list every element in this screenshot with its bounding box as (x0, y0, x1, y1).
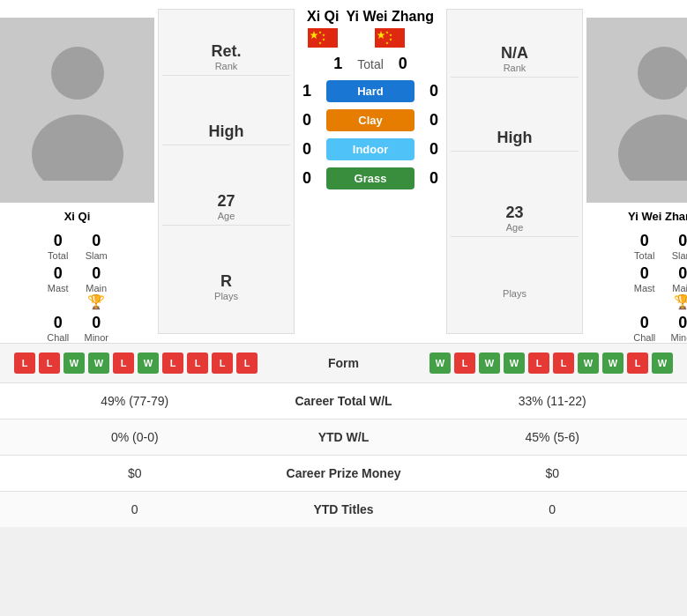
form-section: LLWWLWLLLL Form WLWWLLWWLW (0, 343, 687, 382)
stats-row-left-value: 0% (0-0) (14, 430, 256, 444)
right-player-stats: 0 Total 0 Slam 0 Mast 0 Main 🏆 (632, 232, 687, 343)
right-stat-main-trophy: 0 Main 🏆 (671, 264, 688, 310)
indoor-surface-btn[interactable]: Indoor (326, 138, 414, 160)
form-badge-right: L (454, 353, 475, 374)
right-age-stat: 23 Age (451, 200, 579, 237)
right-stat-slam: 0 Slam (671, 232, 688, 261)
indoor-row: 0 Indoor 0 (298, 138, 443, 160)
form-badge-left: W (63, 353, 85, 374)
top-content: Xi Qi 0 Total 0 Slam 0 Mast 0 (0, 0, 687, 343)
right-high-stat: High (451, 125, 579, 152)
right-stat-mast: 0 Mast (632, 264, 657, 310)
hard-row: 1 Hard 0 (298, 80, 443, 102)
left-player-photo (0, 18, 154, 203)
form-badge-right: L (528, 353, 549, 374)
left-player-info: Xi Qi (64, 210, 91, 223)
form-badge-left: L (187, 353, 208, 374)
left-stat-main-trophy: 0 Main 🏆 (85, 264, 109, 310)
right-stat-chall: 0 Chall (632, 314, 657, 343)
stats-row-right-value: 45% (5-6) (432, 430, 674, 444)
left-player-stats: 0 Total 0 Slam 0 Mast 0 Main 🏆 (46, 232, 108, 343)
left-stat-minor: 0 Minor (85, 314, 109, 343)
form-badge-left: L (236, 353, 258, 374)
form-badge-right: L (553, 353, 574, 374)
left-high-stat: High (162, 119, 290, 145)
form-badge-left: W (88, 353, 109, 374)
right-player-name: Yi Wei Zhang (628, 210, 687, 223)
stats-row: 0% (0-0)YTD W/L45% (5-6) (0, 419, 687, 455)
total-row: 1 Total 0 (329, 55, 412, 73)
stats-rows: 49% (77-79)Career Total W/L33% (11-22)0%… (0, 382, 687, 527)
right-flag-icon (375, 28, 405, 48)
stats-row: 0YTD Titles0 (0, 491, 687, 527)
form-badge-right: W (578, 353, 599, 374)
left-stat-chall: 0 Chall (46, 314, 71, 343)
form-badge-left: L (113, 353, 134, 374)
left-center-panel: Ret. Rank High 27 Age R Plays (158, 9, 295, 334)
stats-row-left-value: 49% (77-79) (14, 394, 256, 408)
grass-surface-btn[interactable]: Grass (326, 167, 414, 189)
stats-row: $0Career Prize Money$0 (0, 455, 687, 491)
svg-point-1 (32, 115, 123, 181)
svg-point-14 (638, 47, 688, 100)
form-badge-left: L (14, 353, 35, 374)
left-flag-icon (308, 28, 338, 48)
left-trophy-icon: 🏆 (87, 293, 105, 310)
clay-surface-btn[interactable]: Clay (326, 109, 414, 131)
left-stat-total: 0 Total (46, 232, 71, 261)
right-player-name-top: Yi Wei Zhang (346, 9, 434, 25)
stats-row-center-label: Career Prize Money (256, 466, 432, 480)
left-player-area: Xi Qi 0 Total 0 Slam 0 Mast 0 (0, 0, 154, 343)
right-trophy-icon: 🏆 (674, 293, 687, 310)
hard-surface-btn[interactable]: Hard (326, 80, 414, 102)
form-badge-right: W (504, 353, 525, 374)
left-player-name: Xi Qi (64, 210, 91, 223)
left-rank-stat: Ret. Rank (162, 39, 290, 76)
form-badge-right: W (652, 353, 673, 374)
right-rank-stat: N/A Rank (451, 41, 579, 78)
left-age-stat: 27 Age (162, 189, 290, 226)
right-stat-minor: 0 Minor (671, 314, 688, 343)
right-player-photo (586, 18, 687, 203)
svg-point-15 (618, 115, 688, 181)
comparison-section: Xi Qi Yi Wei Zhang (298, 0, 443, 343)
main-container: Xi Qi 0 Total 0 Slam 0 Mast 0 (0, 0, 687, 527)
stats-row-right-value: 0 (432, 502, 674, 516)
right-player-info: Yi Wei Zhang (628, 210, 687, 223)
form-badge-right: W (479, 353, 500, 374)
left-form-badges: LLWWLWLLLL (14, 353, 258, 374)
form-label: Form (258, 356, 429, 370)
left-player-name-top: Xi Qi (307, 9, 339, 25)
stats-row-left-value: 0 (14, 502, 256, 516)
stats-row-left-value: $0 (14, 466, 256, 480)
form-badge-left: L (39, 353, 60, 374)
stats-row-center-label: YTD Titles (256, 502, 432, 516)
stats-row-right-value: 33% (11-22) (432, 394, 674, 408)
form-badge-right: W (602, 353, 624, 374)
form-badge-left: L (212, 353, 233, 374)
stats-row: 49% (77-79)Career Total W/L33% (11-22) (0, 382, 687, 419)
right-center-panel: N/A Rank High 23 Age Plays (446, 9, 583, 334)
svg-point-0 (51, 47, 104, 100)
stats-row-center-label: YTD W/L (256, 430, 432, 444)
stats-row-right-value: $0 (432, 466, 674, 480)
stats-row-center-label: Career Total W/L (256, 394, 432, 408)
form-badge-right: W (429, 353, 451, 374)
left-stat-mast: 0 Mast (46, 264, 71, 310)
form-badge-left: W (138, 353, 159, 374)
left-plays-stat: R Plays (162, 269, 290, 305)
right-player-area: Yi Wei Zhang 0 Total 0 Slam 0 Mast (586, 0, 687, 343)
form-badge-right: L (627, 353, 648, 374)
right-form-badges: WLWWLLWWLW (429, 353, 673, 374)
right-stat-total: 0 Total (632, 232, 657, 261)
form-badge-left: L (162, 353, 183, 374)
grass-row: 0 Grass 0 (298, 167, 443, 189)
clay-row: 0 Clay 0 (298, 109, 443, 131)
right-plays-stat: Plays (451, 285, 579, 302)
left-stat-slam: 0 Slam (85, 232, 109, 261)
